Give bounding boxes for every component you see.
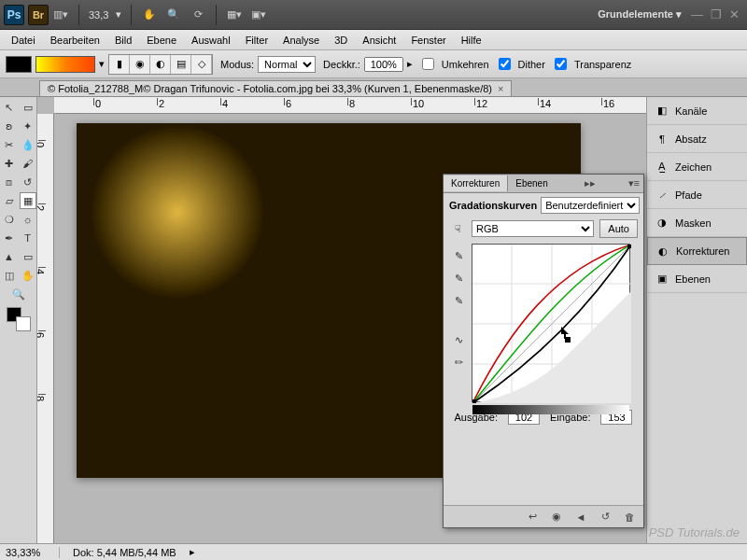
hand-tool-icon[interactable]: ✋ (139, 5, 160, 25)
quick-select-tool[interactable]: ✦ (20, 118, 36, 134)
bridge-icon[interactable]: Br (28, 5, 49, 25)
options-bar: ▾ ▮ ◉ ◐ ▤ ◇ Modus: Normal Deckkr.: ▸ Umk… (0, 50, 747, 78)
dither-label: Dither (518, 59, 545, 70)
restore-button[interactable]: ❐ (707, 7, 726, 21)
screen-mode-icon[interactable]: ▣▾ (248, 5, 269, 25)
menu-fenster[interactable]: Fenster (403, 32, 453, 49)
panel-collapse-icon[interactable]: ▸▸ (581, 177, 599, 189)
document-tab-bar: © Fotolia_212788_M© Dragan Trifunovic - … (0, 78, 747, 97)
toggle-visibility-icon[interactable]: ◉ (548, 509, 565, 525)
panel-korrekturen[interactable]: ◐Korrekturen (647, 237, 747, 265)
hand-tool[interactable]: ✋ (20, 267, 36, 284)
panel-pfade[interactable]: ⟋Pfade (647, 181, 747, 209)
menu-3d[interactable]: 3D (327, 32, 355, 49)
panel-masken[interactable]: ◑Masken (647, 209, 747, 237)
curves-title: Gradationskurven (449, 200, 537, 211)
targeted-adjust-icon[interactable]: ☟ (449, 220, 466, 237)
panel-menu-icon[interactable]: ▾≡ (625, 177, 643, 189)
sampler-black-icon[interactable]: ✎ (450, 247, 467, 264)
tool-preset-icon[interactable] (6, 56, 32, 73)
eraser-tool[interactable]: ▱ (1, 192, 18, 209)
delete-icon[interactable]: 🗑 (621, 509, 638, 525)
curves-tab-korrekturen[interactable]: Korrekturen (444, 175, 508, 191)
shape-tool[interactable]: ▭ (20, 248, 36, 265)
stamp-tool[interactable]: ⧈ (1, 174, 18, 190)
opacity-field[interactable] (364, 57, 403, 72)
curve-mode-icon[interactable]: ∿ (450, 331, 467, 348)
tab-close-icon[interactable]: × (498, 83, 503, 94)
vertical-ruler: 0 2 4 6 8 (37, 114, 54, 543)
curves-tab-ebenen[interactable]: Ebenen (508, 175, 555, 191)
menu-filter[interactable]: Filter (238, 32, 275, 49)
dodge-tool[interactable]: ☼ (20, 211, 36, 228)
reverse-label: Umkehren (442, 59, 489, 70)
type-tool[interactable]: T (20, 230, 36, 246)
history-brush-tool[interactable]: ↺ (20, 174, 36, 190)
minimize-button[interactable]: — (687, 7, 707, 21)
gradient-tool[interactable]: ▦ (20, 192, 36, 209)
3d-tool[interactable]: ◫ (1, 267, 18, 284)
menu-ansicht[interactable]: Ansicht (355, 32, 403, 49)
gradient-diamond-icon[interactable]: ◇ (191, 55, 212, 74)
lasso-tool[interactable]: ʚ (1, 118, 18, 134)
app-bar: Ps Br ▥▾ 33,3▾ ✋ 🔍 ⟳ ▦▾ ▣▾ Grundelemente… (0, 0, 747, 30)
auto-button[interactable]: Auto (599, 219, 638, 238)
rotate-view-icon[interactable]: ⟳ (188, 5, 208, 25)
return-icon[interactable]: ↩ (524, 509, 541, 525)
document-tab[interactable]: © Fotolia_212788_M© Dragan Trifunovic - … (39, 80, 512, 96)
close-button[interactable]: ✕ (726, 7, 743, 21)
transparency-checkbox[interactable] (555, 58, 567, 70)
status-zoom[interactable]: 33,33% (6, 547, 60, 558)
blend-mode-select[interactable]: Normal (258, 56, 316, 73)
brush-tool[interactable]: 🖌 (20, 155, 36, 172)
blur-tool[interactable]: ❍ (1, 211, 18, 228)
gradient-radial-icon[interactable]: ◉ (130, 55, 150, 74)
menu-ebene[interactable]: Ebene (139, 32, 184, 49)
menu-auswahl[interactable]: Auswahl (184, 32, 238, 49)
menu-analyse[interactable]: Analyse (275, 32, 327, 49)
gradient-preview[interactable] (35, 56, 95, 73)
healing-tool[interactable]: ✚ (1, 155, 18, 172)
channel-select[interactable]: RGB (472, 220, 594, 237)
zoom-level[interactable]: 33,3 (85, 9, 112, 21)
gradient-angle-icon[interactable]: ◐ (150, 55, 171, 74)
menu-datei[interactable]: Datei (4, 32, 43, 49)
move-tool[interactable]: ↖ (1, 99, 18, 116)
panel-ebenen[interactable]: ▣Ebenen (647, 265, 747, 293)
arrange-docs-icon[interactable]: ▦▾ (224, 5, 245, 25)
marquee-tool[interactable]: ▭ (20, 99, 36, 116)
previous-state-icon[interactable]: ◄ (572, 509, 589, 525)
pencil-mode-icon[interactable]: ✏ (450, 354, 467, 371)
panel-zeichen[interactable]: A̲Zeichen (647, 153, 747, 181)
gradient-linear-icon[interactable]: ▮ (109, 55, 130, 74)
status-doc-info[interactable]: Dok: 5,44 MB/5,44 MB (73, 547, 176, 558)
reset-icon[interactable]: ↺ (597, 509, 613, 525)
curves-graph[interactable] (472, 244, 630, 402)
menu-bearbeiten[interactable]: Bearbeiten (43, 32, 107, 49)
status-bar: 33,33% Dok: 5,44 MB/5,44 MB ▸ (0, 543, 747, 560)
mode-label: Modus: (220, 59, 254, 70)
zoom-tool[interactable]: 🔍 (10, 286, 27, 302)
reverse-checkbox[interactable] (422, 58, 434, 70)
path-select-tool[interactable]: ▲ (1, 248, 18, 265)
curves-preset-select[interactable]: Benutzerdefiniert (541, 197, 640, 214)
zoom-tool-icon[interactable]: 🔍 (163, 5, 184, 25)
sampler-white-icon[interactable]: ✎ (450, 292, 467, 309)
menu-bild[interactable]: Bild (107, 32, 139, 49)
crop-tool[interactable]: ✂ (1, 136, 18, 153)
eyedropper-tool[interactable]: 💧 (20, 136, 36, 153)
color-swatches[interactable] (7, 307, 31, 331)
menu-hilfe[interactable]: Hilfe (454, 32, 489, 49)
sampler-gray-icon[interactable]: ✎ (450, 270, 467, 287)
gradient-reflected-icon[interactable]: ▤ (171, 55, 191, 74)
input-gradient-bar (472, 405, 629, 414)
panel-absatz[interactable]: ¶Absatz (647, 125, 747, 153)
adjustments-icon: ◐ (655, 244, 670, 259)
pen-tool[interactable]: ✒ (1, 230, 18, 246)
curves-panel: Korrekturen Ebenen ▸▸ ▾≡ Gradationskurve… (443, 174, 644, 528)
workspace-switcher[interactable]: Grundelemente ▾ (592, 8, 687, 21)
dither-checkbox[interactable] (499, 58, 511, 70)
layout-dropdown-icon[interactable]: ▥▾ (50, 5, 71, 25)
panel-kanaele[interactable]: ◧Kanäle (647, 97, 747, 125)
masks-icon: ◑ (655, 216, 669, 231)
